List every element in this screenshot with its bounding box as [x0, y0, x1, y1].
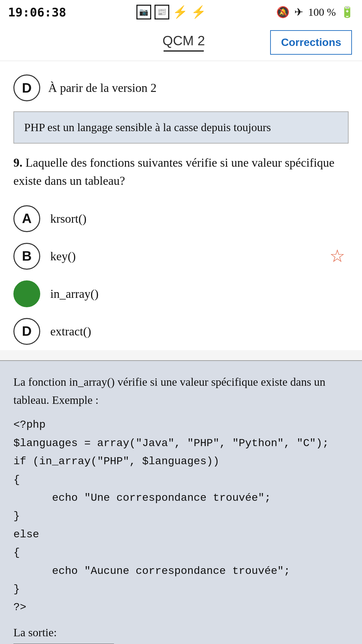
- mute-icon: 🔕: [276, 6, 290, 18]
- icon-bolt2: ⚡: [191, 5, 206, 19]
- option-circle-b: B: [13, 243, 40, 270]
- question-block: 9. Laquelle des fonctions suivantes véri…: [13, 154, 349, 350]
- header-title-wrapper: QCM 2: [97, 33, 270, 52]
- statement-text: PHP est un langage sensible à la casse d…: [24, 121, 271, 133]
- main-content: D À parir de la version 2 PHP est un lan…: [0, 61, 362, 350]
- explanation-intro: La fonction in_array() vérifie si une va…: [13, 373, 349, 410]
- statement-bar: PHP est un langage sensible à la casse d…: [13, 111, 349, 144]
- battery-icon: 🔋: [341, 6, 354, 18]
- option-row-c[interactable]: in_array(): [13, 275, 349, 313]
- option-letter-a: A: [22, 211, 32, 226]
- status-right: 🔕 ✈ 100 % 🔋: [276, 6, 354, 18]
- icon-bolt1: ⚡: [173, 5, 188, 19]
- status-icons: 📷 📰 ⚡ ⚡: [136, 5, 206, 19]
- option-text-c: in_array(): [50, 287, 99, 301]
- icon-news: 📰: [155, 5, 169, 19]
- explanation-block: La fonction in_array() vérifie si une va…: [0, 360, 362, 644]
- airplane-icon: ✈: [294, 6, 303, 18]
- icon-camera: 📷: [136, 5, 151, 19]
- question-text: 9. Laquelle des fonctions suivantes véri…: [13, 154, 349, 190]
- star-icon: ☆: [329, 248, 345, 265]
- title-underline: [164, 50, 204, 52]
- option-row-d[interactable]: D extract(): [13, 313, 349, 350]
- output-label: La sortie:: [13, 624, 349, 642]
- option-row-a[interactable]: A krsort(): [13, 200, 349, 237]
- question-body: Laquelle des fonctions suivantes vérifie…: [13, 156, 335, 187]
- prev-option-text: À parir de la version 2: [48, 81, 157, 95]
- header: QCM 2 Corrections: [0, 24, 362, 61]
- corrections-button[interactable]: Corrections: [270, 30, 352, 55]
- prev-option-letter: D: [22, 80, 32, 96]
- option-letter-b: B: [22, 249, 32, 264]
- status-time: 19:06:38: [8, 5, 66, 19]
- question-number: 9.: [13, 156, 22, 169]
- prev-option-circle-d: D: [13, 74, 40, 101]
- options-list: A krsort() B key() ☆ in_array() D: [13, 200, 349, 350]
- option-text-d: extract(): [50, 324, 91, 338]
- option-circle-c: [13, 280, 40, 307]
- option-letter-d: D: [22, 324, 32, 339]
- status-bar: 19:06:38 📷 📰 ⚡ ⚡ 🔕 ✈ 100 % 🔋: [0, 0, 362, 24]
- prev-answer-row: D À parir de la version 2: [13, 71, 349, 105]
- option-text-a: krsort(): [50, 212, 86, 226]
- option-circle-d: D: [13, 318, 40, 345]
- option-text-b: key(): [50, 249, 76, 263]
- option-circle-a: A: [13, 205, 40, 232]
- option-row-b[interactable]: B key() ☆: [13, 237, 349, 275]
- battery-percent: 100 %: [308, 6, 336, 18]
- page-title: QCM 2: [163, 33, 205, 48]
- explanation-code: <?php $languages = array("Java", "PHP", …: [13, 416, 349, 616]
